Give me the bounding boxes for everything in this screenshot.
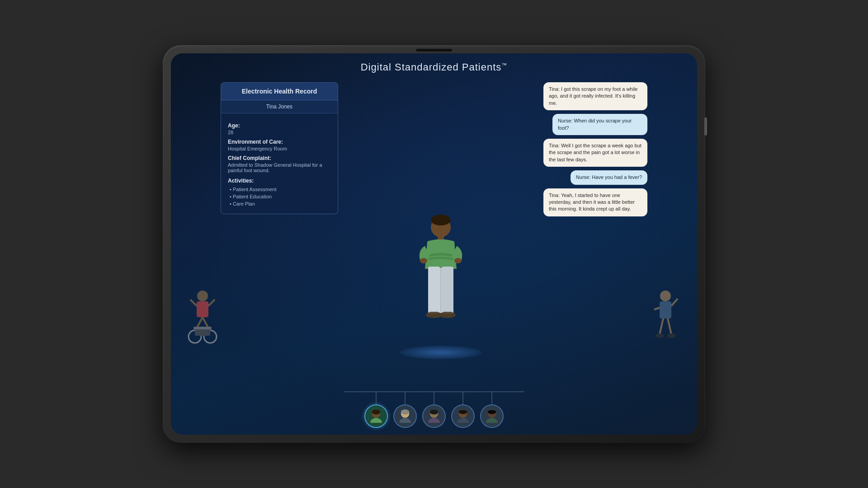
svg-point-0 [197,291,208,301]
connector-lines [339,391,529,404]
side-character-left-svg [187,287,218,355]
side-character-left-container [184,78,221,391]
svg-point-39 [372,409,380,414]
connector-svg [339,391,529,404]
patient-avatar-1[interactable] [364,404,388,428]
tablet-screen: Digital Standardized Patients™ [171,53,697,435]
ehr-header: Electronic Health Record [221,83,338,100]
patient-avatar-5[interactable] [480,404,504,428]
ehr-body: Age: 28 Environment of Care: Hospital Em… [221,113,338,214]
svg-point-29 [655,333,664,338]
character-area [338,78,543,391]
ehr-complaint-label: Chief Complaint: [228,155,331,161]
ehr-activity-2: Patient Education [228,194,331,199]
chat-message-3: Tina: Well I got the scrape a week ago b… [543,139,647,167]
ehr-patient-name: Tina Jones [221,100,338,113]
chat-message-1: Tina: I got this scrape on my foot a whi… [543,82,647,110]
patient-avatar-2[interactable] [393,404,417,428]
ehr-activity-1: Patient Assessment [228,187,331,192]
tablet-shell: Digital Standardized Patients™ [163,45,705,443]
svg-line-25 [660,319,663,334]
ehr-age-value: 28 [228,130,331,135]
ehr-panel: Electronic Health Record Tina Jones Age:… [221,82,338,214]
svg-point-23 [660,291,671,301]
chat-message-2: Nurse: When did you scrape your foot? [552,114,647,135]
ehr-activities-label: Activities: [228,178,331,184]
svg-line-28 [654,308,660,310]
main-content: Electronic Health Record Tina Jones Age:… [171,78,697,391]
chat-panel: Tina: I got this scrape on my foot a whi… [543,78,647,391]
svg-rect-18 [442,267,453,314]
svg-rect-22 [443,312,452,314]
svg-point-30 [667,333,676,338]
chat-message-5: Tina: Yeah, I started to have one yester… [543,188,647,216]
side-character-right-svg [650,287,681,355]
ehr-environment-label: Environment of Care: [228,139,331,145]
bottom-bar [171,391,697,435]
app-title-text: Digital Standardized Patients [361,61,502,73]
app-title: Digital Standardized Patients™ [171,53,697,78]
svg-point-14 [454,258,462,263]
patient-avatars [364,404,504,428]
ehr-complaint-value: Admitted to Shadow General Hospital for … [228,162,331,173]
patient-avatar-3[interactable] [422,404,446,428]
ehr-activity-3: Care Plan [228,201,331,206]
svg-point-48 [459,410,467,414]
svg-rect-1 [197,301,208,317]
svg-line-26 [668,319,671,334]
svg-point-42 [401,409,409,414]
ehr-environment-value: Hospital Emergency Room [228,146,331,151]
svg-rect-9 [193,327,212,329]
svg-rect-21 [429,312,439,314]
patient-avatar-4[interactable] [451,404,475,428]
svg-rect-17 [428,267,440,314]
svg-point-13 [420,258,427,263]
svg-point-11 [431,215,451,225]
side-character-right-container [647,78,684,391]
svg-line-5 [208,300,215,306]
ehr-title: Electronic Health Record [242,88,317,95]
chat-message-4: Nurse: Have you had a fever? [571,170,647,184]
svg-rect-24 [660,301,671,319]
svg-point-45 [430,409,438,414]
svg-line-27 [671,299,678,306]
svg-point-51 [488,410,496,414]
main-character-svg [405,210,477,359]
ehr-age-label: Age: [228,122,331,129]
trademark: ™ [501,62,507,68]
svg-line-4 [190,300,197,306]
